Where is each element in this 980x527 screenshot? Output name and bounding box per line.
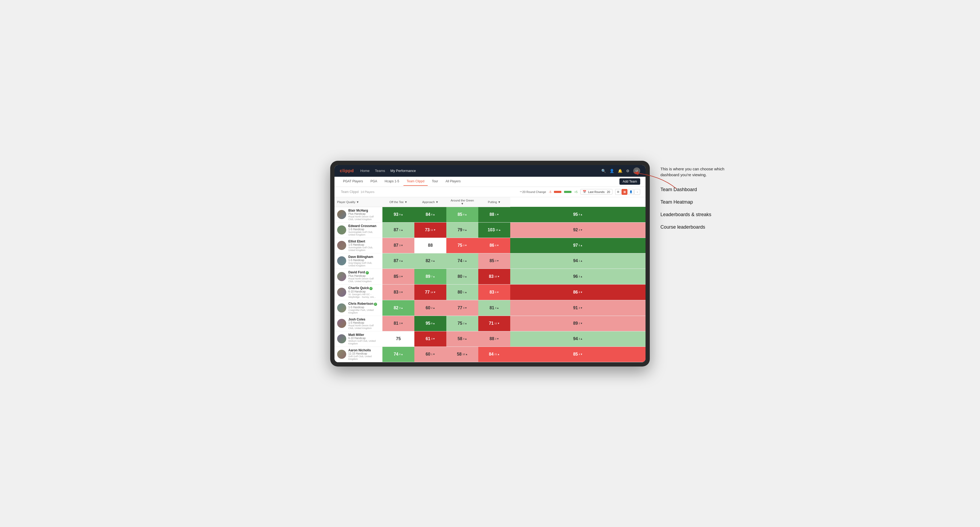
stat-delta: 14: [430, 291, 436, 294]
stat-cell-9-1: 60 1: [414, 346, 446, 362]
stat-cell-4-4: 96 3: [510, 268, 646, 284]
player-avatar: [337, 350, 346, 359]
view-heatmap-icon[interactable]: ▦: [622, 189, 627, 195]
stat-delta: 11: [430, 229, 436, 231]
player-cell-7[interactable]: Josh Coles 1-5 Handicap Royal North Devo…: [334, 316, 382, 331]
tab-tour[interactable]: Tour: [429, 177, 441, 186]
player-club: St. George's Hill GC - Weybridge - Surre…: [348, 293, 380, 298]
stat-delta: 9: [579, 213, 583, 216]
player-cell-8[interactable]: Matt Miller 6-10 Handicap Woburn Golf Cl…: [334, 331, 382, 346]
stat-delta: 3: [399, 275, 403, 278]
stat-value: 58: [457, 352, 462, 357]
col-around-green[interactable]: Around the Green ▼: [446, 197, 478, 207]
table-row: Matt Miller 6-10 Handicap Woburn Golf Cl…: [334, 331, 646, 346]
last-rounds-value: 20: [607, 190, 610, 194]
profile-icon[interactable]: 👤: [609, 169, 614, 173]
stat-value: 94: [573, 259, 578, 263]
stat-value: 77: [458, 306, 462, 310]
stat-value: 87: [394, 227, 398, 232]
stat-delta: 2: [495, 338, 499, 340]
player-cell-2[interactable]: Elliot Ebert 1-5 Handicap Sunningdale Go…: [334, 238, 382, 253]
player-cell-0[interactable]: Blair McHarg Plus Handicap Royal North D…: [334, 207, 382, 222]
player-name: Charlie Quick✓: [348, 286, 380, 290]
tab-pga[interactable]: PGA: [367, 177, 380, 186]
stat-cell-3-4: 94 1: [510, 253, 646, 268]
table-row: Dave Billingham 1-5 Handicap Gog Magog G…: [334, 253, 646, 268]
table-row: Josh Coles 1-5 Handicap Royal North Devo…: [334, 316, 646, 331]
stat-value: 95: [426, 321, 430, 326]
stat-delta: 7: [431, 275, 435, 278]
col-player-quality[interactable]: Player Quality ▼: [334, 197, 382, 207]
player-cell-9[interactable]: Aaron Nicholls 11-15 Handicap Drift Golf…: [334, 346, 382, 362]
table-row: Edward Crossman 1-5 Handicap Sunningdale…: [334, 222, 646, 238]
player-cell-4[interactable]: David Ford✓ Plus Handicap Royal North De…: [334, 268, 382, 284]
stat-value: 89: [573, 321, 578, 326]
round-controls: 20 Round Change -5 +5 📅 Last Rounds: 20 …: [522, 189, 640, 195]
player-cell-3[interactable]: Dave Billingham 1-5 Handicap Gog Magog G…: [334, 253, 382, 268]
nav-item-teams[interactable]: Teams: [375, 169, 385, 173]
player-handicap: Plus Handicap: [348, 213, 380, 215]
settings-icon[interactable]: ⚙: [626, 169, 630, 173]
annotation-item-1: Team Dashboard: [660, 186, 740, 193]
player-name: Elliot Ebert: [348, 240, 380, 243]
player-cell-5[interactable]: Charlie Quick✓ 6-10 Handicap St. George'…: [334, 284, 382, 300]
stat-delta: 11: [494, 322, 500, 325]
tab-pgat-players[interactable]: PGAT Players: [340, 177, 366, 186]
nav-item-home[interactable]: Home: [360, 169, 370, 173]
search-icon[interactable]: 🔍: [601, 169, 606, 173]
stat-value: 84: [489, 352, 494, 357]
stat-delta: 1: [431, 353, 435, 356]
last-rounds-button[interactable]: 📅 Last Rounds: 20: [580, 189, 612, 195]
stat-value: 58: [458, 337, 462, 341]
stat-delta: 10: [494, 275, 500, 278]
nav-items: Home Teams My Performance: [360, 169, 601, 173]
stat-cell-4-2: 80 3: [446, 268, 478, 284]
view-person-icon[interactable]: 👤: [628, 189, 634, 195]
stat-cell-7-3: 71 11: [478, 316, 510, 331]
stat-value: 93: [394, 212, 398, 217]
player-avatar: [337, 241, 346, 250]
edit-icon[interactable]: ✏: [520, 190, 522, 194]
tab-all-players[interactable]: All Players: [442, 177, 464, 186]
stat-cell-2-4: 97 5: [510, 238, 646, 253]
stat-delta: 3: [579, 306, 583, 309]
col-putting[interactable]: Putting ▼: [478, 197, 510, 207]
stat-delta: 6: [495, 291, 499, 294]
stat-value: 85: [573, 352, 578, 357]
add-team-button[interactable]: Add Team: [619, 178, 640, 185]
stat-value: 86: [573, 290, 578, 295]
player-handicap: 1-5 Handicap: [348, 259, 380, 262]
tab-team-clippd[interactable]: Team Clippd: [403, 177, 428, 186]
player-avatar: [337, 272, 346, 281]
tab-hcaps[interactable]: Hcaps 1-5: [381, 177, 402, 186]
round-pos-value: +5: [574, 190, 578, 194]
col-approach[interactable]: Approach ▼: [414, 197, 446, 207]
stat-cell-2-1: 88: [414, 238, 446, 253]
stat-delta: 3: [495, 259, 499, 262]
player-info: Dave Billingham 1-5 Handicap Gog Magog G…: [348, 255, 380, 267]
stat-cell-9-0: 74 8: [382, 346, 414, 362]
stat-delta: 3: [431, 338, 435, 340]
app-logo[interactable]: clippd: [340, 168, 354, 173]
stat-delta: 8: [579, 291, 583, 294]
col-off-tee[interactable]: Off the Tee ▼: [382, 197, 414, 207]
view-grid-icon[interactable]: ⊞: [615, 189, 621, 195]
stat-value: 82: [394, 306, 398, 310]
stat-cell-5-3: 83 6: [478, 284, 510, 300]
user-avatar[interactable]: U: [633, 167, 640, 174]
player-info: Chris Robertson✓ 1-5 Handicap Craigmilla…: [348, 302, 380, 314]
stat-value: 88: [490, 212, 494, 217]
stat-delta: 2: [431, 306, 435, 309]
player-info: Matt Miller 6-10 Handicap Woburn Golf Cl…: [348, 333, 380, 345]
stat-value: 96: [573, 274, 578, 279]
player-avatar: [337, 210, 346, 219]
player-cell-6[interactable]: Chris Robertson✓ 1-5 Handicap Craigmilla…: [334, 300, 382, 316]
nav-item-performance[interactable]: My Performance: [390, 169, 416, 173]
player-club: Drift Golf Club, United Kingdom: [348, 355, 380, 360]
round-bar-red: [554, 191, 562, 193]
bell-icon[interactable]: 🔔: [618, 169, 622, 173]
player-avatar: [337, 303, 346, 313]
view-download-icon[interactable]: ↓: [634, 189, 640, 195]
player-cell-1[interactable]: Edward Crossman 1-5 Handicap Sunningdale…: [334, 222, 382, 238]
stat-cell-1-2: 79 9: [446, 222, 478, 238]
